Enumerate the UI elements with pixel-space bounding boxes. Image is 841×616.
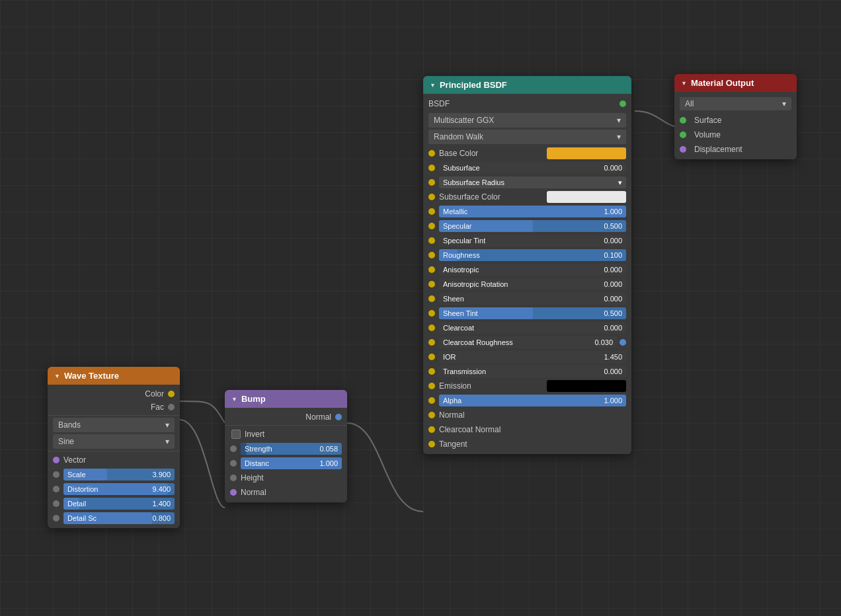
strength-field[interactable]: Strength 0.058: [241, 443, 342, 455]
socket-strength-in[interactable]: [230, 445, 237, 452]
specular-tint-field[interactable]: Specular Tint 0.000: [439, 235, 626, 247]
socket-surface-in[interactable]: [680, 117, 686, 124]
socket-emission[interactable]: [428, 383, 435, 389]
bsdf-output-row: BSDF: [423, 96, 631, 111]
socket-tangent[interactable]: [428, 441, 435, 447]
socket-color-out[interactable]: [168, 391, 175, 397]
distortion-field[interactable]: Distortion 9.400: [63, 483, 175, 495]
socket-height-in[interactable]: [230, 475, 237, 481]
socket-anisotropic[interactable]: [428, 266, 435, 273]
mo-body: All ▾ Surface Volume Displacement: [674, 92, 797, 159]
mo-collapse-arrow[interactable]: ▼: [681, 80, 687, 87]
socket-metallic[interactable]: [428, 208, 435, 215]
dropdown-rwalk[interactable]: Random Walk ▾: [428, 130, 626, 144]
socket-detail-sc-in[interactable]: [53, 515, 60, 521]
bump-normal-in-label: Normal: [241, 488, 342, 497]
distance-field[interactable]: Distanc 1.000: [241, 457, 342, 469]
bump-header[interactable]: ▼ Bump: [225, 390, 347, 408]
socket-bsdf-out[interactable]: [620, 100, 626, 107]
socket-sheen[interactable]: [428, 295, 435, 302]
socket-specular[interactable]: [428, 223, 435, 229]
clearcoat-field[interactable]: Clearcoat 0.000: [439, 322, 626, 334]
specular-field[interactable]: Specular 0.500: [439, 220, 626, 232]
bsdf-header[interactable]: ▼ Principled BSDF: [423, 76, 631, 94]
socket-roughness[interactable]: [428, 252, 435, 258]
sheen-field[interactable]: Sheen 0.000: [439, 293, 626, 305]
socket-transmission[interactable]: [428, 368, 435, 375]
socket-volume-in[interactable]: [680, 132, 686, 138]
roughness-field[interactable]: Roughness 0.100: [439, 249, 626, 261]
ior-field[interactable]: IOR 1.450: [439, 351, 626, 363]
socket-aniso-rotation[interactable]: [428, 281, 435, 288]
bsdf-ior: IOR 1.450: [423, 350, 631, 364]
collapse-arrow[interactable]: ▼: [54, 373, 60, 379]
socket-scale-in[interactable]: [53, 471, 60, 478]
socket-distortion-in[interactable]: [53, 486, 60, 492]
clearcoat-roughness-field[interactable]: Clearcoat Roughness 0.030: [439, 336, 617, 348]
socket-sheen-tint[interactable]: [428, 310, 435, 317]
socket-base-color[interactable]: [428, 150, 435, 157]
socket-ior[interactable]: [428, 354, 435, 360]
socket-alpha[interactable]: [428, 397, 435, 404]
socket-clearcoat-roughness-l[interactable]: [428, 339, 435, 346]
bump-title: Bump: [241, 394, 266, 404]
emission-swatch[interactable]: [547, 380, 626, 392]
socket-clearcoat-normal[interactable]: [428, 426, 435, 433]
wave-texture-header[interactable]: ▼ Wave Texture: [48, 367, 180, 385]
socket-distance-in[interactable]: [230, 460, 237, 467]
subsurface-field[interactable]: Subsurface 0.000: [439, 162, 626, 174]
invert-checkbox[interactable]: [231, 430, 241, 439]
anisotropic-field[interactable]: Anisotropic 0.000: [439, 264, 626, 276]
socket-subsurface-color[interactable]: [428, 194, 435, 200]
input-distortion: Distortion 9.400: [48, 482, 180, 496]
bump-distance: Distanc 1.000: [225, 456, 347, 471]
tangent-label: Tangent: [439, 440, 626, 449]
socket-clearcoat-roughness-r[interactable]: [620, 339, 626, 346]
bsdf-collapse-arrow[interactable]: ▼: [430, 82, 436, 89]
bump-collapse-arrow[interactable]: ▼: [231, 396, 237, 403]
sheen-label: Sheen: [443, 295, 464, 303]
mo-all-row: All ▾: [674, 95, 797, 113]
mo-dropdown[interactable]: All ▾: [680, 97, 791, 110]
alpha-field[interactable]: Alpha 1.000: [439, 395, 626, 406]
socket-displacement-in[interactable]: [680, 146, 686, 153]
socket-bsdf-normal[interactable]: [428, 412, 435, 418]
transmission-value: 0.000: [604, 367, 622, 375]
bsdf-subsurface: Subsurface 0.000: [423, 161, 631, 175]
scale-field[interactable]: Scale 3.900: [63, 469, 175, 481]
socket-bump-normal-out[interactable]: [335, 414, 342, 420]
input-scale: Scale 3.900: [48, 467, 180, 482]
dropdown-bands[interactable]: Bands ▾: [53, 418, 175, 432]
socket-bump-normal-in[interactable]: [230, 489, 237, 496]
base-color-swatch[interactable]: [547, 147, 626, 159]
material-output-header[interactable]: ▼ Material Output: [674, 74, 797, 92]
socket-detail-in[interactable]: [53, 500, 60, 507]
aniso-rotation-field[interactable]: Anisotropic Rotation 0.000: [439, 278, 626, 290]
sheen-tint-field[interactable]: Sheen Tint 0.500: [439, 307, 626, 319]
bsdf-transmission: Transmission 0.000: [423, 364, 631, 379]
detail-sc-field[interactable]: Detail Sc 0.800: [63, 512, 175, 524]
dropdown-sine[interactable]: Sine ▾: [53, 434, 175, 449]
socket-fac-out[interactable]: [168, 404, 175, 410]
subsurface-color-label: Subsurface Color: [439, 192, 547, 202]
metallic-field[interactable]: Metallic 1.000: [439, 206, 626, 217]
socket-subsurface-radius[interactable]: [428, 179, 435, 186]
bsdf-emission: Emission: [423, 379, 631, 393]
socket-specular-tint[interactable]: [428, 237, 435, 244]
mo-displacement: Displacement: [674, 142, 797, 157]
socket-subsurface[interactable]: [428, 165, 435, 171]
input-detail-sc: Detail Sc 0.800: [48, 511, 180, 525]
subsurface-color-swatch[interactable]: [547, 191, 626, 203]
transmission-field[interactable]: Transmission 0.000: [439, 366, 626, 377]
detail-field[interactable]: Detail 1.400: [63, 498, 175, 510]
dropdown-ggx[interactable]: Multiscatter GGX ▾: [428, 113, 626, 128]
bsdf-title: Principled BSDF: [440, 80, 507, 90]
socket-vector-in[interactable]: [53, 457, 60, 463]
wave-texture-node: ▼ Wave Texture Color Fac Bands ▾ Sine ▾ …: [48, 367, 180, 528]
subsurface-radius-field[interactable]: Subsurface Radius ▾: [439, 176, 626, 188]
invert-row[interactable]: Invert: [225, 427, 347, 442]
strength-value: 0.058: [319, 445, 338, 453]
socket-clearcoat[interactable]: [428, 325, 435, 331]
clearcoat-roughness-label: Clearcoat Roughness: [443, 338, 513, 346]
bump-strength: Strength 0.058: [225, 442, 347, 456]
